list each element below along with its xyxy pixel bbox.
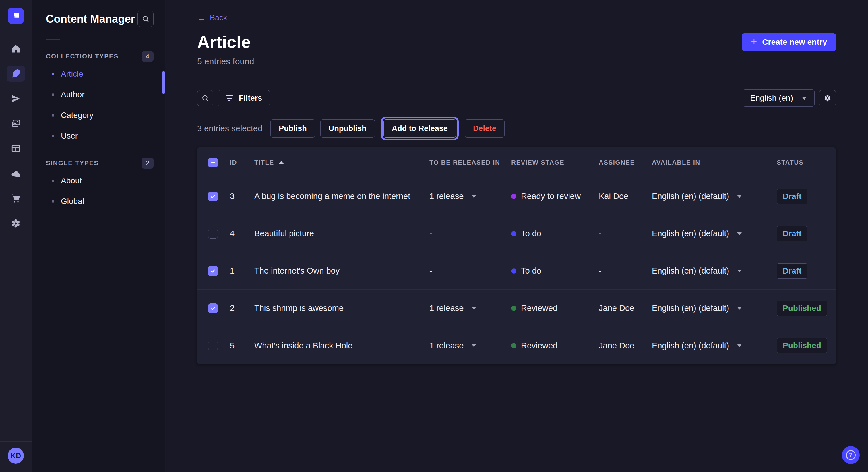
filters-button[interactable]: Filters	[218, 90, 270, 106]
cell-title: This shrimp is awesome	[254, 303, 344, 313]
publish-button[interactable]: Publish	[270, 119, 315, 138]
release-dropdown[interactable]: 1 release	[422, 192, 504, 201]
table-row[interactable]: 3 A bug is becoming a meme on the intern…	[197, 178, 836, 215]
release-dropdown[interactable]: 1 release	[422, 341, 504, 350]
content-type-builder-icon[interactable]	[7, 140, 25, 157]
cell-assignee: Kai Doe	[599, 192, 628, 201]
release-dropdown[interactable]: 1 release	[422, 303, 504, 313]
single-types-label: SINGLE TYPES	[46, 160, 99, 167]
search-icon	[201, 94, 209, 102]
view-settings-button[interactable]	[819, 90, 836, 106]
subnav-search-button[interactable]	[137, 11, 154, 27]
table-row[interactable]: 5 What's inside a Black Hole 1 release R…	[197, 327, 836, 364]
entries-table: ID TITLE TO BE RELEASED IN REVIEW STAGE …	[197, 147, 836, 364]
cell-available-in: English (en) (default)	[652, 303, 729, 313]
cell-release: 1 release	[429, 303, 464, 313]
main-nav-rail: KD	[0, 0, 32, 472]
sidebar-item-global[interactable]: Global	[46, 191, 154, 212]
unpublish-button[interactable]: Unpublish	[320, 119, 375, 138]
entries-count: 5 entries found	[197, 56, 836, 67]
locale-select[interactable]: English (en)	[743, 90, 815, 107]
status-badge: Draft	[777, 226, 807, 241]
table-row[interactable]: 2 This shrimp is awesome 1 release Revie…	[197, 290, 836, 327]
cell-assignee: Jane Doe	[599, 341, 634, 350]
bullet-icon	[52, 200, 54, 203]
strapi-logo[interactable]	[8, 8, 24, 24]
cell-review-stage: Ready to review	[521, 192, 581, 201]
select-all-checkbox[interactable]	[208, 158, 218, 167]
create-new-entry-button[interactable]: + Create new entry	[742, 33, 836, 51]
cell-id: 2	[230, 303, 235, 313]
content-manager-subnav: Content Manager COLLECTION TYPES 4 Artic…	[32, 0, 165, 472]
content-manager-icon[interactable]	[7, 66, 25, 82]
sidebar-item-label: Article	[61, 69, 83, 78]
row-checkbox[interactable]	[208, 303, 218, 313]
help-button[interactable]: ?	[842, 446, 860, 464]
cell-release: 1 release	[429, 192, 464, 201]
locale-dropdown[interactable]: English (en) (default)	[644, 229, 769, 238]
single-types-menu: About Global	[46, 170, 154, 212]
cell-review-stage: To do	[521, 266, 541, 276]
column-header-to-be-released-in: TO BE RELEASED IN	[422, 159, 504, 166]
row-checkbox[interactable]	[208, 229, 218, 239]
cell-id: 5	[230, 341, 235, 350]
cell-release: 1 release	[429, 341, 464, 350]
sidebar-item-author[interactable]: Author	[46, 84, 154, 105]
status-badge: Published	[777, 301, 827, 316]
sidebar-item-user[interactable]: User	[46, 126, 154, 146]
locale-dropdown[interactable]: English (en) (default)	[644, 303, 769, 313]
column-header-review-stage: REVIEW STAGE	[504, 159, 591, 166]
home-icon[interactable]	[7, 41, 25, 57]
column-header-id[interactable]: ID	[222, 159, 247, 166]
row-checkbox[interactable]	[208, 341, 218, 350]
deploy-cloud-icon[interactable]	[7, 165, 25, 181]
locale-dropdown[interactable]: English (en) (default)	[644, 266, 769, 276]
bullet-icon	[52, 114, 54, 117]
cell-id: 1	[230, 266, 235, 276]
stage-dot-icon	[511, 306, 516, 311]
sidebar-item-label: About	[61, 176, 82, 185]
column-header-status: STATUS	[769, 159, 836, 166]
chevron-down-icon	[802, 97, 807, 100]
table-row[interactable]: 4 Beautiful picture - To do - English (e…	[197, 215, 836, 252]
sidebar-item-article[interactable]: Article	[46, 64, 154, 84]
sidebar-item-label: Global	[61, 197, 84, 206]
rail-bottom: KD	[0, 441, 32, 472]
row-checkbox[interactable]	[208, 266, 218, 276]
cell-id: 3	[230, 192, 235, 201]
table-row[interactable]: 1 The internet's Own boy - To do - Engli…	[197, 252, 836, 290]
cell-available-in: English (en) (default)	[652, 341, 729, 350]
stage-dot-icon	[511, 268, 516, 274]
chevron-down-icon	[737, 270, 742, 272]
sort-ascending-icon	[279, 161, 284, 164]
column-header-assignee: ASSIGNEE	[591, 159, 644, 166]
indeterminate-dash-icon	[211, 162, 215, 163]
locale-dropdown[interactable]: English (en) (default)	[644, 192, 769, 201]
cell-release: -	[429, 266, 432, 276]
add-to-release-button[interactable]: Add to Release	[383, 119, 456, 138]
chevron-down-icon	[737, 195, 742, 198]
collection-types-label: COLLECTION TYPES	[46, 53, 119, 60]
cell-title: Beautiful picture	[254, 229, 314, 238]
column-header-title[interactable]: TITLE	[247, 159, 422, 166]
check-icon	[210, 193, 216, 200]
cell-assignee: -	[599, 266, 601, 276]
locale-dropdown[interactable]: English (en) (default)	[644, 341, 769, 350]
chevron-down-icon	[472, 344, 476, 347]
settings-gear-icon[interactable]	[7, 215, 25, 231]
sidebar-item-about[interactable]: About	[46, 170, 154, 191]
delete-button[interactable]: Delete	[465, 119, 505, 138]
cell-title: The internet's Own boy	[254, 266, 340, 276]
media-library-icon[interactable]	[7, 115, 25, 132]
user-avatar[interactable]: KD	[8, 448, 24, 464]
single-types-count: 2	[142, 158, 154, 169]
back-link[interactable]: ← Back	[197, 13, 227, 22]
status-badge: Draft	[777, 189, 807, 204]
releases-icon[interactable]	[7, 91, 25, 107]
locale-value: English (en)	[750, 94, 793, 103]
table-search-button[interactable]	[197, 90, 213, 106]
back-arrow-icon: ←	[197, 14, 206, 22]
row-checkbox[interactable]	[208, 192, 218, 201]
marketplace-cart-icon[interactable]	[7, 191, 25, 206]
sidebar-item-category[interactable]: Category	[46, 105, 154, 126]
